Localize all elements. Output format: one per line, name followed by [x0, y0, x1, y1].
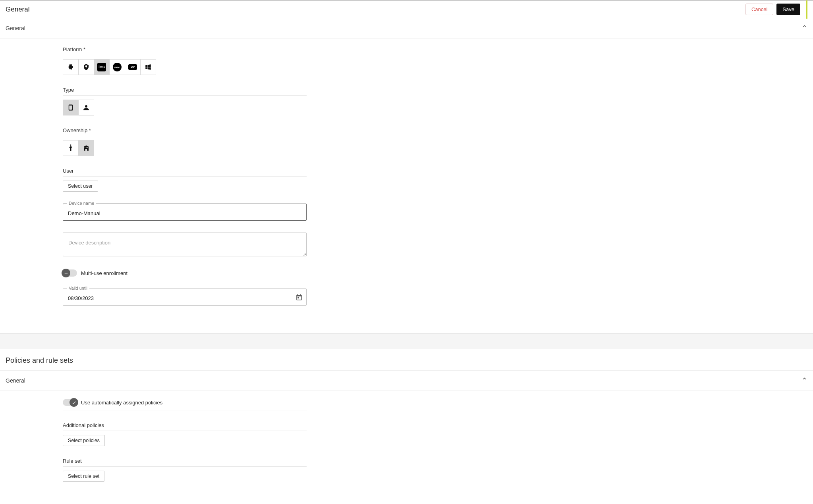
- type-user[interactable]: [78, 100, 94, 115]
- platform-label: Platform *: [63, 46, 307, 55]
- platform-android[interactable]: [63, 59, 79, 75]
- ownership-corporate[interactable]: [78, 140, 94, 156]
- panel-divider: [0, 333, 813, 349]
- auto-policies-label: Use automatically assigned policies: [81, 400, 162, 406]
- section-general-title: General: [6, 25, 25, 31]
- building-icon: [83, 144, 90, 152]
- valid-until-label: Valid until: [67, 286, 89, 290]
- android-icon: [67, 63, 74, 71]
- field-additional-policies: Additional policies Select policies: [63, 422, 369, 446]
- accent-bar: [806, 0, 807, 19]
- rule-set-label: Rule set: [63, 458, 307, 467]
- field-platform: Platform * iOS mac: [63, 46, 369, 75]
- valid-until-wrap: Valid until: [63, 289, 307, 306]
- page-header: General Cancel Save: [0, 0, 813, 18]
- auto-policies-toggle[interactable]: [63, 399, 77, 406]
- ownership-label: Ownership *: [63, 127, 307, 136]
- field-type: Type: [63, 87, 369, 115]
- save-button[interactable]: Save: [776, 4, 800, 15]
- person-stand-icon: [67, 144, 74, 152]
- chevron-up-icon: ⌃: [801, 24, 807, 33]
- section-policies-general-header[interactable]: General ⌃: [0, 371, 813, 391]
- platform-android-enterprise[interactable]: [78, 59, 94, 75]
- device-description-input[interactable]: [63, 233, 307, 256]
- phone-icon: [67, 104, 74, 111]
- device-name-field-wrap: Device name: [63, 204, 307, 221]
- device-name-floating-label: Device name: [67, 201, 96, 206]
- field-rule-set: Rule set Select rule set: [63, 458, 369, 482]
- platform-ios[interactable]: iOS: [94, 59, 110, 75]
- select-user-button[interactable]: Select user: [63, 181, 98, 192]
- appletv-icon: ▸tv: [128, 64, 137, 70]
- chevron-up-icon: ⌃: [801, 376, 807, 385]
- section-policies-body: Use automatically assigned policies Addi…: [0, 391, 813, 504]
- multi-use-label: Multi-use enrollment: [81, 270, 127, 276]
- platform-toggle-group: iOS mac ▸tv: [63, 59, 369, 75]
- section-general-header[interactable]: General ⌃: [0, 18, 813, 38]
- select-rule-set-button[interactable]: Select rule set: [63, 471, 104, 482]
- platform-macos[interactable]: mac: [109, 59, 125, 75]
- field-device-name: Device name: [63, 204, 369, 221]
- field-device-description: Device description: [63, 233, 369, 258]
- page-title: General: [6, 6, 29, 13]
- valid-until-input[interactable]: [63, 289, 307, 306]
- additional-policies-label: Additional policies: [63, 422, 307, 431]
- user-label: User: [63, 168, 307, 177]
- policies-section-title: Policies and rule sets: [0, 349, 813, 371]
- select-policies-button[interactable]: Select policies: [63, 435, 105, 446]
- ownership-toggle-group: [63, 140, 369, 156]
- type-label: Type: [63, 87, 307, 96]
- toggle-on-icon: [70, 398, 78, 407]
- header-actions: Cancel Save: [745, 0, 807, 19]
- mac-icon: mac: [113, 63, 122, 71]
- toggle-off-icon: [62, 269, 70, 277]
- field-ownership: Ownership *: [63, 127, 369, 156]
- platform-windows[interactable]: [140, 59, 156, 75]
- ios-icon: iOS: [97, 63, 106, 71]
- field-multi-use: Multi-use enrollment: [63, 269, 369, 277]
- type-toggle-group: [63, 100, 369, 115]
- type-device[interactable]: [63, 100, 79, 115]
- section-general-body: Platform * iOS mac: [0, 38, 813, 333]
- ownership-personal[interactable]: [63, 140, 79, 156]
- windows-icon: [145, 63, 152, 71]
- platform-appletv[interactable]: ▸tv: [125, 59, 141, 75]
- cancel-button[interactable]: Cancel: [745, 4, 773, 15]
- field-valid-until: Valid until: [63, 289, 369, 306]
- person-icon: [83, 104, 90, 111]
- calendar-icon[interactable]: [295, 294, 303, 301]
- device-name-input[interactable]: [63, 204, 307, 221]
- field-user: User Select user: [63, 168, 369, 192]
- shield-icon: [83, 63, 90, 71]
- field-auto-policies: Use automatically assigned policies: [63, 399, 369, 410]
- policies-general-title: General: [6, 377, 25, 384]
- multi-use-toggle[interactable]: [63, 269, 77, 277]
- device-desc-wrap: Device description: [63, 233, 307, 258]
